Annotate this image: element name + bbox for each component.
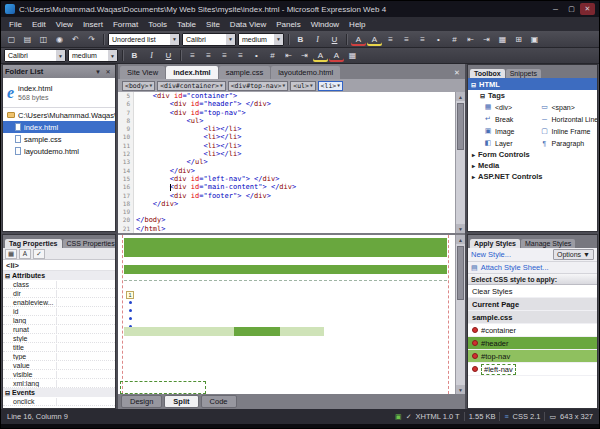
toolbar-icon[interactable]: ◉ <box>52 33 67 46</box>
menu-item[interactable]: Window <box>306 19 344 30</box>
toolbar-icon[interactable]: A <box>351 33 366 46</box>
show-set-properties-icon[interactable]: ✓ <box>33 249 45 259</box>
design-canvas[interactable]: 1 <box>118 235 455 394</box>
toolbox-item[interactable]: ▢ Inline Frame <box>541 125 598 137</box>
toolbox-item[interactable]: ▭ <span> <box>541 101 598 113</box>
maximize-button[interactable]: ▢ <box>564 3 579 15</box>
document-tab[interactable]: index.html <box>166 66 218 79</box>
toolbox-item[interactable]: ─ Horizontal Line <box>541 113 598 125</box>
panel-close-icon[interactable]: ✕ <box>103 67 113 77</box>
toolbox-item[interactable]: ↵ Break <box>484 113 541 125</box>
design-main-content-block[interactable] <box>124 327 324 336</box>
menu-item[interactable]: Edit <box>27 19 51 30</box>
toolbox-group[interactable]: ▸Form Controls <box>468 149 597 160</box>
toolbar-icon[interactable]: ≡ <box>201 49 216 62</box>
style-list-item[interactable]: #left-nav <box>468 363 597 376</box>
code-line[interactable]: 6 <div id="header"> </div> <box>118 100 455 108</box>
tree-file-item[interactable]: index.html <box>3 121 115 133</box>
toolbar-icon[interactable]: ▤ <box>20 33 35 46</box>
toolbar-icon[interactable]: ⇤ <box>281 49 296 62</box>
code-line[interactable]: 9 <li></li> <box>118 125 455 133</box>
toolbar-icon[interactable]: A <box>313 49 328 62</box>
code-line[interactable]: 8 <ul> <box>118 117 455 125</box>
style-list-item[interactable]: #container <box>468 324 597 337</box>
code-line[interactable]: 14 </div> <box>118 167 455 175</box>
design-header-block[interactable] <box>124 238 447 257</box>
style-list-item[interactable]: Current Page <box>468 298 597 311</box>
attribute-row[interactable]: value <box>3 361 115 370</box>
menu-item[interactable]: File <box>4 19 27 30</box>
attach-stylesheet-link[interactable]: Attach Style Sheet... <box>481 263 549 272</box>
style-list-item[interactable]: #header <box>468 337 597 350</box>
toolbar-icon[interactable]: ≡ <box>415 33 430 46</box>
code-line[interactable]: 10 <li></li> <box>118 133 455 141</box>
scrollbar-thumb[interactable] <box>457 246 464 300</box>
font-dropdown[interactable]: Calibri▼ <box>4 49 66 62</box>
menu-item[interactable]: View <box>51 19 78 30</box>
options-button[interactable]: Options▼ <box>553 249 594 260</box>
tag-breadcrumb-item[interactable]: <div#top-nav>▼ <box>228 81 289 91</box>
panel-tab[interactable]: CSS Properties <box>63 239 117 248</box>
underline-button[interactable]: U <box>327 33 342 46</box>
menu-item[interactable]: Insert <box>78 19 108 30</box>
view-tab[interactable]: Split <box>164 395 198 408</box>
tag-breadcrumb-item[interactable]: <li>▼ <box>318 81 343 91</box>
menu-item[interactable]: Data View <box>225 19 271 30</box>
toolbar-icon[interactable]: ⇥ <box>297 49 312 62</box>
code-line[interactable]: 12 <li></li> <box>118 150 455 158</box>
menu-item[interactable]: Help <box>344 19 370 30</box>
code-line[interactable]: 19 <box>118 208 455 216</box>
panel-tab[interactable]: Toolbox <box>470 69 505 78</box>
code-line[interactable]: 17 <div id="footer"> </div> <box>118 192 455 200</box>
toolbox-group[interactable]: ▸ASP.NET Controls <box>468 171 597 182</box>
code-line[interactable]: 18 </div> <box>118 200 455 208</box>
code-line[interactable]: 15 <div id="left-nav"> </div> <box>118 175 455 183</box>
toolbox-item[interactable]: ¶ Paragraph <box>541 137 598 149</box>
close-document-icon[interactable]: ✕ <box>451 67 463 79</box>
toolbar-icon[interactable]: ⇥ <box>479 33 494 46</box>
panel-menu-icon[interactable]: ▼ <box>93 67 103 77</box>
toolbar-icon[interactable]: ⊞ <box>511 33 526 46</box>
new-style-link[interactable]: New Style... <box>471 250 511 259</box>
italic-button[interactable]: I <box>310 33 325 46</box>
doctype-schema[interactable]: XHTML 1.0 T <box>416 412 460 421</box>
css-schema[interactable]: CSS 2.1 <box>512 412 540 421</box>
style-list-item[interactable]: sample.css <box>468 311 597 324</box>
bold-button[interactable]: B <box>293 33 308 46</box>
tag-breadcrumb-item[interactable]: <ul>▼ <box>290 81 315 91</box>
toolbox-group-html[interactable]: ⊟HTML <box>468 78 597 90</box>
menu-item[interactable]: Site <box>201 19 225 30</box>
tree-file-item[interactable]: layoutdemo.html <box>3 145 115 157</box>
toolbar-icon[interactable]: ▦ <box>495 33 510 46</box>
font-dropdown[interactable]: Calibri▼ <box>182 33 236 46</box>
tree-file-item[interactable]: sample.css <box>3 133 115 145</box>
code-line[interactable]: 11 <li></li> <box>118 142 455 150</box>
menu-item[interactable]: Table <box>172 19 201 30</box>
menu-item[interactable]: Format <box>108 19 143 30</box>
style-list-item[interactable]: Clear Styles <box>468 285 597 298</box>
attribute-row[interactable]: runat <box>3 325 115 334</box>
scroll-up-icon[interactable]: ▲ <box>456 235 465 244</box>
toolbar-icon[interactable]: ↶ <box>68 33 83 46</box>
panel-tab[interactable]: Apply Styles <box>470 239 520 248</box>
tag-breadcrumb-item[interactable]: <div#container>▼ <box>157 81 225 91</box>
tag-breadcrumb-item[interactable]: <body>▼ <box>122 81 155 91</box>
code-scrollbar[interactable]: ▲ ▼ <box>455 92 465 233</box>
code-line[interactable]: 21</html> <box>118 225 455 233</box>
scrollbar-thumb[interactable] <box>457 103 464 150</box>
toolbox-item[interactable]: ▦ <div> <box>484 101 541 113</box>
scroll-down-icon[interactable]: ▼ <box>456 224 465 233</box>
code-line[interactable]: 7 <div id="top-nav"> <box>118 109 455 117</box>
code-line[interactable]: 20</body> <box>118 216 455 224</box>
toolbar-icon[interactable]: A <box>329 49 344 62</box>
attribute-row[interactable]: title <box>3 343 115 352</box>
attribute-row[interactable]: style <box>3 334 115 343</box>
bold-button[interactable]: B <box>127 49 142 62</box>
toolbar-icon[interactable]: A <box>367 33 382 46</box>
panel-tab[interactable]: Tag Properties <box>5 239 62 248</box>
toolbar-icon[interactable]: ▣ <box>527 33 542 46</box>
panel-tab[interactable]: Manage Styles <box>521 239 575 248</box>
toolbar-icon[interactable]: • <box>249 49 264 62</box>
attribute-row[interactable]: id <box>3 307 115 316</box>
toolbar-icon[interactable]: ◫ <box>36 33 51 46</box>
